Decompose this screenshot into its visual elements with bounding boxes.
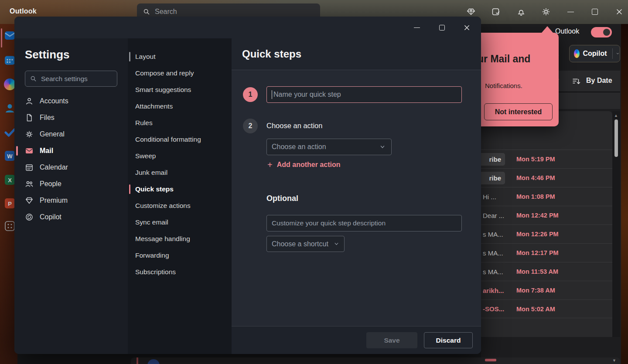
message-row[interactable]: Dear ... Dear ... Mon 12:42 PM	[481, 206, 612, 225]
category-item[interactable]: Message handling	[128, 231, 232, 247]
settings-search-input[interactable]: Search settings	[25, 71, 117, 87]
message-row[interactable]: s MA... s MA... Mon 12:17 PM	[481, 243, 612, 262]
category-item[interactable]: Sweep	[128, 148, 232, 164]
chevron-down-icon	[379, 143, 386, 150]
settings-nav-item[interactable]: Calendar	[14, 159, 128, 176]
message-subject-fragment: s MA...	[483, 249, 503, 257]
svg-text:W: W	[7, 153, 13, 160]
category-item[interactable]: Conditional formatting	[128, 131, 232, 148]
category-item[interactable]: Attachments	[128, 98, 232, 115]
window-minimize-button[interactable]	[565, 6, 576, 17]
choose-action-label: Choose an action	[266, 122, 322, 130]
settings-nav-item[interactable]: Accounts	[14, 93, 128, 109]
sort-by-date-button[interactable]: By Date	[586, 77, 612, 85]
category-label: Conditional formatting	[135, 136, 201, 143]
message-subject-fragment: Hi ...	[483, 193, 496, 201]
message-row[interactable]: -SOS... -SOS... Mon 5:02 AM	[481, 299, 612, 318]
settings-nav-item[interactable]: Mail	[14, 143, 128, 159]
quick-steps-panel: Quick steps 1 Name your quick step 2 Cho…	[232, 38, 481, 354]
premium-icon[interactable]	[466, 7, 476, 17]
scrollbar-thumb[interactable]	[614, 119, 618, 157]
my-day-icon[interactable]	[491, 7, 501, 17]
category-item[interactable]: Sync email	[128, 214, 232, 231]
copilot-button[interactable]: Copilot	[569, 45, 620, 62]
sort-icon[interactable]	[571, 76, 582, 87]
settings-icon[interactable]	[541, 7, 551, 17]
copilot-dropdown-chevron-icon[interactable]	[616, 51, 620, 57]
category-item[interactable]: Customize actions	[128, 197, 232, 214]
message-time: Mon 1:08 PM	[516, 193, 555, 200]
popup-title-fragment: ur Mail and	[478, 53, 530, 65]
message-row[interactable]: Hi ... Hi ... Mon 1:08 PM	[481, 187, 612, 206]
settings-nav-item[interactable]: General	[14, 126, 128, 143]
new-outlook-toggle[interactable]	[591, 27, 612, 37]
settings-nav-item[interactable]: People	[14, 176, 128, 192]
message-row[interactable]: arikh... arikh... Mon 7:38 AM	[481, 281, 612, 299]
message-time: Mon 7:38 AM	[516, 287, 555, 294]
add-another-action-link[interactable]: + Add another action	[267, 160, 340, 169]
app-grid-icon[interactable]	[4, 220, 16, 232]
quick-step-name-input[interactable]: Name your quick step	[266, 86, 462, 103]
add-action-label: Add another action	[277, 161, 341, 169]
to-do-icon[interactable]	[4, 126, 16, 138]
settings-title: Settings	[25, 48, 70, 61]
dialog-maximize-button[interactable]	[433, 20, 451, 34]
category-label: Rules	[135, 119, 153, 127]
category-item[interactable]: Smart suggestions	[128, 82, 232, 98]
shortcut-dropdown[interactable]: Choose a shortcut	[266, 236, 345, 252]
save-button[interactable]: Save	[366, 332, 417, 348]
dialog-minimize-button[interactable]	[408, 20, 426, 34]
category-label: Layout	[135, 53, 156, 61]
category-item[interactable]: Forwarding	[128, 247, 232, 264]
category-item[interactable]: Quick steps	[128, 181, 232, 197]
chevron-down-icon	[333, 241, 340, 247]
description-input[interactable]: Customize your quick step description	[266, 215, 462, 231]
message-list-scrollbar[interactable]: ▲	[612, 111, 620, 337]
outlook-mail-icon[interactable]	[4, 30, 16, 41]
scroll-down-arrow[interactable]: ▼	[612, 358, 616, 363]
settings-sidebar: Settings Search settings Accounts Files	[14, 38, 128, 354]
search-icon	[30, 75, 37, 82]
category-item[interactable]: Compose and reply	[128, 65, 232, 82]
action-dropdown[interactable]: Choose an action	[266, 139, 392, 155]
message-time: Mon 12:26 PM	[516, 231, 559, 238]
copilot-icon[interactable]	[4, 78, 16, 90]
category-item[interactable]: Subscriptions	[128, 264, 232, 280]
unsubscribe-button-fragment[interactable]: ribe	[481, 153, 505, 166]
category-label: Junk email	[135, 169, 167, 177]
message-row[interactable]: ribe ribe Mon 5:19 PM	[481, 150, 612, 168]
excel-icon[interactable]: X	[4, 174, 16, 186]
category-item[interactable]: Rules	[128, 115, 232, 131]
powerpoint-icon[interactable]: P	[4, 197, 16, 209]
nav-item-icon	[25, 196, 34, 205]
optional-heading: Optional	[266, 194, 298, 203]
message-row[interactable]: s MA... s MA... Mon 11:53 AM	[481, 262, 612, 281]
message-row[interactable]: s MA... s MA... Mon 12:26 PM	[481, 225, 612, 243]
message-row[interactable]: ribe ribe Mon 4:46 PM	[481, 168, 612, 187]
not-interested-button[interactable]: Not interested	[484, 103, 553, 120]
message-subject-fragment: -SOS...	[483, 305, 504, 313]
settings-nav-item[interactable]: Premium	[14, 192, 128, 209]
settings-nav-item[interactable]: Files	[14, 109, 128, 126]
window-close-button[interactable]	[614, 6, 625, 17]
nav-item-icon	[25, 163, 34, 172]
unsubscribe-button-fragment[interactable]: ribe	[481, 172, 505, 184]
notifications-icon[interactable]	[516, 7, 526, 17]
calendar-icon[interactable]	[4, 54, 16, 66]
discard-button[interactable]: Discard	[424, 332, 473, 348]
category-item[interactable]: Layout	[128, 48, 232, 65]
text-caret	[272, 90, 272, 99]
dialog-close-button[interactable]	[458, 20, 475, 34]
scroll-up-arrow[interactable]: ▲	[614, 113, 618, 118]
copilot-logo-icon	[574, 49, 580, 58]
message-subject-fragment: arikh...	[483, 287, 504, 294]
word-icon[interactable]: W	[4, 150, 16, 162]
message-time: Mon 12:17 PM	[516, 249, 559, 256]
window-maximize-button[interactable]	[589, 6, 601, 17]
people-icon[interactable]	[4, 102, 16, 114]
panel-footer: Save Discard	[232, 326, 481, 354]
settings-nav-item[interactable]: Copilot	[14, 209, 128, 225]
message-subject-fragment: s MA...	[483, 231, 503, 238]
category-item[interactable]: Junk email	[128, 164, 232, 181]
dialog-titlebar	[14, 17, 481, 38]
